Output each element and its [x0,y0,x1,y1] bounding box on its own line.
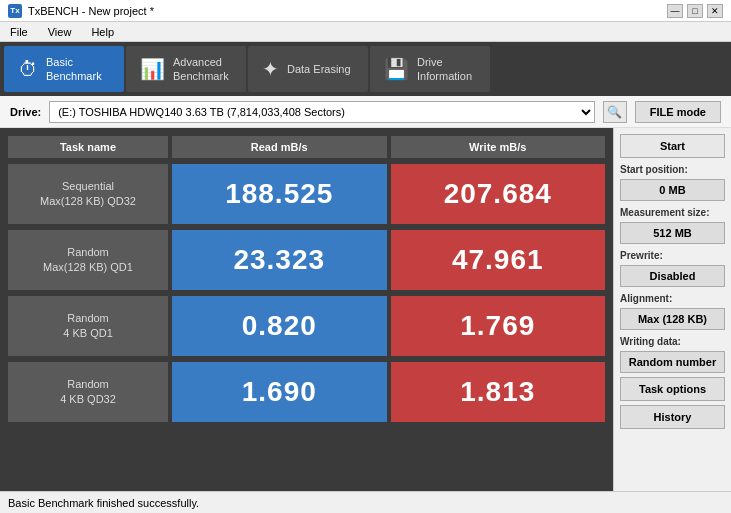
writing-data-value: Random number [620,351,725,373]
row-2-name: RandomMax(128 KB) QD1 [8,230,168,290]
toolbar: ⏱ BasicBenchmark 📊 AdvancedBenchmark ✦ D… [0,42,731,96]
close-button[interactable]: ✕ [707,4,723,18]
row-1-read: 188.525 [172,164,387,224]
drive-information-label: DriveInformation [417,55,472,84]
drive-label: Drive: [10,106,41,118]
menu-file[interactable]: File [4,24,34,40]
window-title: TxBENCH - New project * [28,5,154,17]
table-row: SequentialMax(128 KB) QD32 188.525 207.6… [8,164,605,224]
row-3-name: Random4 KB QD1 [8,296,168,356]
row-3-write: 1.769 [391,296,606,356]
prewrite-label: Prewrite: [620,250,725,261]
row-2-write: 47.961 [391,230,606,290]
drive-refresh-button[interactable]: 🔍 [603,101,627,123]
advanced-benchmark-label: AdvancedBenchmark [173,55,229,84]
row-1-write: 207.684 [391,164,606,224]
table-row: RandomMax(128 KB) QD1 23.323 47.961 [8,230,605,290]
advanced-benchmark-icon: 📊 [140,57,165,81]
start-position-label: Start position: [620,164,725,175]
header-task-name: Task name [8,136,168,158]
row-3-read: 0.820 [172,296,387,356]
alignment-value: Max (128 KB) [620,308,725,330]
main-content: Task name Read mB/s Write mB/s Sequentia… [0,128,731,491]
data-erasing-label: Data Erasing [287,62,351,76]
table-row: Random4 KB QD1 0.820 1.769 [8,296,605,356]
basic-benchmark-label: BasicBenchmark [46,55,102,84]
drive-information-icon: 💾 [384,57,409,81]
basic-benchmark-icon: ⏱ [18,58,38,81]
task-options-button[interactable]: Task options [620,377,725,401]
row-4-name: Random4 KB QD32 [8,362,168,422]
history-button[interactable]: History [620,405,725,429]
row-4-write: 1.813 [391,362,606,422]
row-2-read: 23.323 [172,230,387,290]
title-bar: Tx TxBENCH - New project * — □ ✕ [0,0,731,22]
app-icon: Tx [8,4,22,18]
menu-view[interactable]: View [42,24,78,40]
file-mode-button[interactable]: FILE mode [635,101,721,123]
data-erasing-icon: ✦ [262,57,279,81]
start-button[interactable]: Start [620,134,725,158]
toolbar-basic-benchmark[interactable]: ⏱ BasicBenchmark [4,46,124,92]
drive-row: Drive: (E:) TOSHIBA HDWQ140 3.63 TB (7,8… [0,96,731,128]
table-row: Random4 KB QD32 1.690 1.813 [8,362,605,422]
measurement-size-label: Measurement size: [620,207,725,218]
drive-select[interactable]: (E:) TOSHIBA HDWQ140 3.63 TB (7,814,033,… [49,101,595,123]
alignment-label: Alignment: [620,293,725,304]
status-bar: Basic Benchmark finished successfully. [0,491,731,513]
row-4-read: 1.690 [172,362,387,422]
toolbar-advanced-benchmark[interactable]: 📊 AdvancedBenchmark [126,46,246,92]
benchmark-area: Task name Read mB/s Write mB/s Sequentia… [0,128,613,491]
title-bar-left: Tx TxBENCH - New project * [8,4,154,18]
minimize-button[interactable]: — [667,4,683,18]
start-position-value: 0 MB [620,179,725,201]
status-text: Basic Benchmark finished successfully. [8,497,199,509]
writing-data-label: Writing data: [620,336,725,347]
toolbar-drive-information[interactable]: 💾 DriveInformation [370,46,490,92]
header-read: Read mB/s [172,136,387,158]
window-controls[interactable]: — □ ✕ [667,4,723,18]
menu-help[interactable]: Help [85,24,120,40]
table-header: Task name Read mB/s Write mB/s [8,136,605,158]
measurement-size-value: 512 MB [620,222,725,244]
maximize-button[interactable]: □ [687,4,703,18]
row-1-name: SequentialMax(128 KB) QD32 [8,164,168,224]
menu-bar: File View Help [0,22,731,42]
header-write: Write mB/s [391,136,606,158]
prewrite-value: Disabled [620,265,725,287]
right-panel: Start Start position: 0 MB Measurement s… [613,128,731,491]
toolbar-data-erasing[interactable]: ✦ Data Erasing [248,46,368,92]
